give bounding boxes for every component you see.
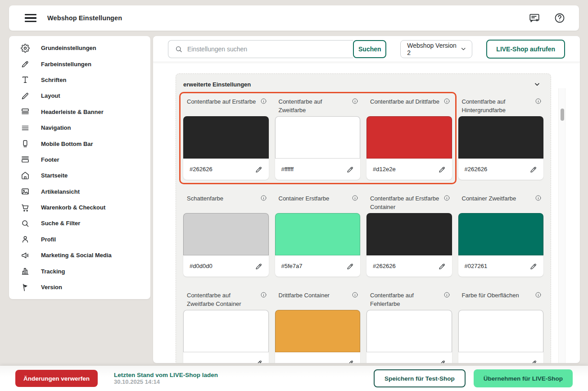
color-setting-tile: Contentfarbe auf Hintergrundfarbe#262626 bbox=[458, 96, 544, 180]
sidebar-item-label: Marketing & Social Media bbox=[41, 252, 112, 259]
discard-changes-button[interactable]: Änderungen verwerfen bbox=[15, 370, 98, 387]
eyedropper-icon[interactable] bbox=[438, 262, 446, 270]
eyedropper-icon[interactable] bbox=[438, 359, 446, 364]
color-swatch[interactable] bbox=[183, 310, 269, 352]
info-icon[interactable] bbox=[352, 98, 358, 105]
eyedropper-icon[interactable] bbox=[255, 262, 263, 270]
search-button[interactable]: Suchen bbox=[353, 40, 386, 58]
color-swatch[interactable] bbox=[183, 213, 269, 255]
color-swatch-card: #ffffff bbox=[275, 116, 361, 180]
color-setting-tile: Contentfarbe auf Erstfarbe Container#262… bbox=[366, 193, 452, 277]
sidebar-item-navigation[interactable]: Navigation bbox=[9, 120, 150, 136]
sidebar-item-schriften[interactable]: Schriften bbox=[9, 72, 150, 88]
color-swatch[interactable] bbox=[366, 310, 452, 352]
info-icon[interactable] bbox=[535, 195, 542, 201]
sidebar-item-tracking[interactable]: Tracking bbox=[9, 263, 150, 279]
info-icon[interactable] bbox=[443, 98, 450, 105]
live-shop-button[interactable]: LIVE-Shop aufrufen bbox=[486, 40, 565, 59]
color-swatch[interactable] bbox=[458, 116, 544, 159]
eyedropper-icon[interactable] bbox=[346, 165, 354, 173]
color-swatch[interactable] bbox=[458, 213, 544, 255]
header-banner-icon bbox=[21, 107, 30, 116]
color-setting-label: Contentfarbe auf Drittfarbe bbox=[370, 97, 442, 106]
color-setting-label: Drittfarbe Container bbox=[279, 291, 332, 300]
info-icon[interactable] bbox=[535, 291, 542, 298]
menu-icon[interactable] bbox=[25, 14, 36, 23]
sidebar-item-footer[interactable]: Footer bbox=[9, 152, 150, 168]
color-swatch[interactable] bbox=[275, 116, 361, 159]
eyedropper-icon[interactable] bbox=[529, 359, 538, 364]
info-icon[interactable] bbox=[352, 291, 358, 298]
eyedropper-icon[interactable] bbox=[346, 262, 354, 270]
apply-live-shop-button[interactable]: Übernehmen für LIVE-Shop bbox=[474, 369, 573, 387]
sidebar-item-headerleiste-banner[interactable]: Headerleiste & Banner bbox=[9, 104, 150, 120]
info-icon[interactable] bbox=[443, 291, 450, 298]
search-input[interactable] bbox=[187, 45, 347, 53]
load-live-timestamp: 30.10.2025 14:14 bbox=[114, 378, 218, 385]
sidebar-item-version[interactable]: Version bbox=[9, 279, 150, 295]
color-setting-label: Contentfarbe auf Fehlerfarbe bbox=[370, 291, 443, 308]
search-box bbox=[168, 40, 353, 58]
scrollbar-thumb[interactable] bbox=[561, 109, 564, 121]
color-swatch[interactable] bbox=[458, 310, 544, 352]
sidebar-item-label: Suche & Filter bbox=[41, 220, 80, 227]
color-swatch-card bbox=[183, 310, 269, 363]
sidebar-item-mobile-bottom-bar[interactable]: Mobile Bottom Bar bbox=[9, 136, 150, 151]
color-setting-label: Farbe für Oberflächen bbox=[462, 291, 522, 300]
sidebar-item-profil[interactable]: Profil bbox=[9, 232, 150, 247]
color-setting-label: Container Erstfarbe bbox=[279, 194, 332, 203]
color-swatch[interactable] bbox=[366, 213, 452, 255]
color-tiles-grid: Contentfarbe auf Erstfarbe#262626Content… bbox=[183, 96, 543, 363]
color-setting-tile: Contentfarbe auf Erstfarbe#262626 bbox=[183, 96, 269, 180]
info-icon[interactable] bbox=[260, 98, 267, 105]
eyedropper-icon[interactable] bbox=[346, 359, 354, 364]
help-icon[interactable] bbox=[554, 12, 565, 24]
sidebar-item-warenkorb-checkout[interactable]: Warenkorb & Checkout bbox=[9, 200, 150, 215]
mobile-icon bbox=[21, 139, 30, 148]
info-icon[interactable] bbox=[352, 195, 358, 201]
color-swatch[interactable] bbox=[275, 213, 361, 255]
eyedropper-icon[interactable] bbox=[255, 165, 263, 173]
save-test-shop-button[interactable]: Speichern für Test-Shop bbox=[374, 369, 466, 387]
sidebar-item-label: Warenkorb & Checkout bbox=[41, 204, 105, 211]
color-setting-tile: Schattenfarbe#d0d0d0 bbox=[183, 193, 269, 277]
sidebar-item-marketing-social-media[interactable]: Marketing & Social Media bbox=[9, 247, 150, 263]
load-live-state: Letzten Stand vom LIVE-Shop laden 30.10.… bbox=[114, 372, 218, 385]
main-content: Suchen Webshop Version 2 LIVE-Shop aufru… bbox=[153, 36, 580, 363]
color-swatch[interactable] bbox=[183, 116, 269, 159]
sidebar: GrundeinstellungenFarbeinstellungenSchri… bbox=[9, 36, 150, 299]
eyedropper-icon[interactable] bbox=[438, 165, 446, 173]
sidebar-item-label: Artikelansicht bbox=[41, 188, 80, 195]
megaphone-icon bbox=[21, 251, 30, 260]
version-select[interactable]: Webshop Version 2 bbox=[400, 40, 472, 58]
image-icon bbox=[21, 187, 30, 196]
info-icon[interactable] bbox=[443, 195, 450, 201]
color-setting-tile: Contentfarbe auf Fehlerfarbe bbox=[366, 290, 452, 363]
feedback-icon[interactable] bbox=[529, 12, 540, 24]
info-icon[interactable] bbox=[260, 291, 267, 298]
color-setting-tile: Contentfarbe auf Zweitfarbe#ffffff bbox=[275, 96, 361, 180]
sidebar-item-grundeinstellungen[interactable]: Grundeinstellungen bbox=[9, 40, 150, 56]
color-hex-value: #262626 bbox=[373, 263, 396, 269]
color-swatch[interactable] bbox=[366, 116, 452, 159]
chevron-down-icon[interactable] bbox=[534, 81, 541, 88]
color-hex-value: #262626 bbox=[465, 166, 488, 173]
eyedropper-icon[interactable] bbox=[255, 359, 263, 364]
load-live-link[interactable]: Letzten Stand vom LIVE-Shop laden bbox=[114, 372, 218, 378]
color-swatch[interactable] bbox=[275, 310, 361, 352]
info-icon[interactable] bbox=[535, 98, 542, 105]
eyedropper-icon[interactable] bbox=[529, 262, 538, 270]
sidebar-item-label: Navigation bbox=[41, 124, 71, 131]
sidebar-item-artikelansicht[interactable]: Artikelansicht bbox=[9, 184, 150, 200]
home-icon bbox=[21, 171, 30, 180]
eyedropper-icon[interactable] bbox=[529, 165, 538, 173]
sidebar-item-startseite[interactable]: Startseite bbox=[9, 168, 150, 183]
sidebar-item-farbeinstellungen[interactable]: Farbeinstellungen bbox=[9, 56, 150, 72]
color-setting-tile: Container Zweitfarbe#027261 bbox=[458, 193, 544, 277]
advanced-settings-header[interactable]: erweiterte Einstellungen bbox=[183, 79, 543, 89]
sidebar-item-suche-filter[interactable]: Suche & Filter bbox=[9, 215, 150, 231]
color-setting-label: Schattenfarbe bbox=[187, 194, 226, 203]
sidebar-item-layout[interactable]: Layout bbox=[9, 88, 150, 104]
info-icon[interactable] bbox=[260, 195, 267, 201]
vertical-scrollbar[interactable] bbox=[558, 88, 565, 363]
